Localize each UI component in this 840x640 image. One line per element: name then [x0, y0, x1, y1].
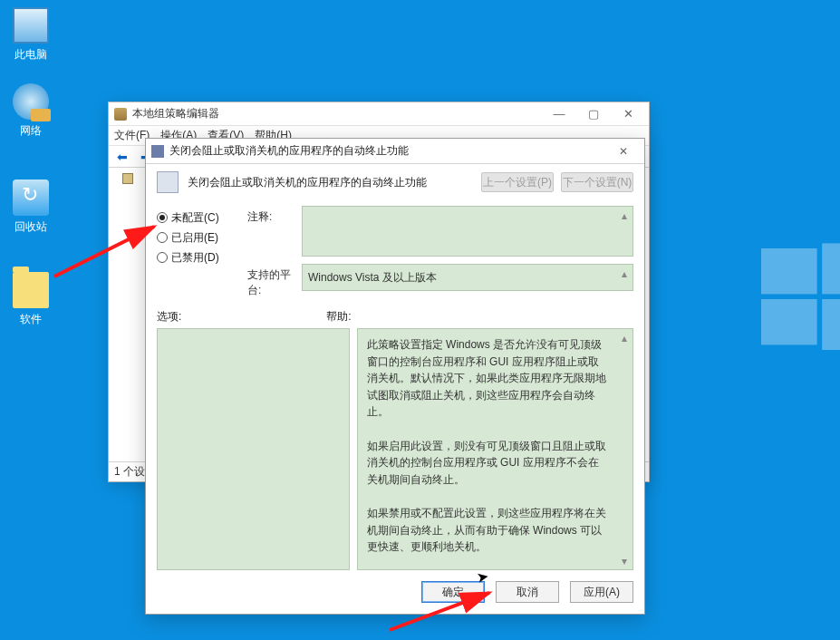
section-labels: 选项: 帮助:	[146, 298, 644, 328]
dialog-titlebar[interactable]: 关闭会阻止或取消关机的应用程序的自动终止功能 ✕	[146, 139, 644, 164]
options-pane	[157, 328, 350, 570]
desktop-icon-this-pc[interactable]: 此电脑	[0, 7, 62, 63]
desktop-icon-label: 软件	[20, 313, 42, 325]
minimize-button[interactable]: —	[542, 103, 576, 125]
comment-label: 注释:	[247, 206, 302, 257]
dialog-header: 关闭会阻止或取消关机的应用程序的自动终止功能 上一个设置(P) 下一个设置(N)	[146, 164, 644, 206]
next-setting-button[interactable]: 下一个设置(N)	[561, 172, 633, 192]
scroll-up-icon[interactable]: ▴	[617, 331, 631, 344]
radio-disabled[interactable]: 已禁用(D)	[157, 247, 237, 267]
help-label: 帮助:	[326, 309, 351, 325]
help-pane[interactable]: 此策略设置指定 Windows 是否允许没有可见顶级窗口的控制台应用程序和 GU…	[357, 328, 633, 570]
svg-rect-3	[822, 299, 840, 350]
close-button[interactable]: ✕	[611, 103, 645, 125]
desktop-icon-label: 回收站	[14, 220, 47, 233]
window-title: 本地组策略编辑器	[132, 106, 219, 121]
scroll-up-icon[interactable]: ▴	[617, 267, 631, 280]
svg-rect-0	[761, 248, 817, 294]
cancel-button[interactable]: 取消	[496, 581, 559, 603]
dialog-icon	[151, 145, 164, 158]
comment-textbox[interactable]: ▴	[302, 206, 633, 257]
desktop-icon-software[interactable]: 软件	[0, 272, 62, 327]
dialog-heading: 关闭会阻止或取消关机的应用程序的自动终止功能	[188, 175, 427, 190]
svg-rect-2	[761, 299, 817, 344]
supported-platform-box: Windows Vista 及以上版本 ▴	[302, 264, 633, 291]
supported-platform-label: 支持的平台:	[247, 264, 302, 298]
radio-label: 未配置(C)	[171, 210, 219, 226]
help-text: 此策略设置指定 Windows 是否允许没有可见顶级窗口的控制台应用程序和 GU…	[358, 329, 616, 569]
radio-dot-icon	[157, 232, 168, 243]
ok-button[interactable]: 确定	[421, 581, 485, 603]
radio-label: 已禁用(D)	[171, 250, 219, 266]
options-label: 选项:	[157, 309, 181, 325]
desktop-icon-network[interactable]: 网络	[0, 83, 62, 139]
titlebar[interactable]: 本地组策略编辑器 — ▢ ✕	[109, 102, 649, 126]
policy-setting-dialog: 关闭会阻止或取消关机的应用程序的自动终止功能 ✕ 关闭会阻止或取消关机的应用程序…	[145, 138, 645, 615]
desktop-icon-recycle-bin[interactable]: 回收站	[0, 179, 62, 235]
desktop-icon-label: 此电脑	[14, 48, 47, 61]
app-icon	[114, 108, 127, 121]
previous-setting-button[interactable]: 上一个设置(P)	[481, 172, 554, 192]
radio-dot-icon	[157, 212, 168, 223]
radio-label: 已启用(E)	[171, 230, 218, 246]
dialog-button-row: 确定 取消 应用(A)	[146, 570, 644, 614]
svg-rect-1	[822, 243, 840, 294]
tree-node[interactable]	[122, 173, 133, 184]
policy-icon	[157, 171, 179, 193]
radio-not-configured[interactable]: 未配置(C)	[157, 208, 237, 228]
tree-panel[interactable]	[109, 168, 147, 461]
scroll-up-icon[interactable]: ▴	[617, 208, 631, 222]
apply-button[interactable]: 应用(A)	[570, 581, 633, 603]
dialog-close-button[interactable]: ✕	[608, 141, 639, 161]
windows-logo-watermark	[761, 236, 840, 363]
radio-enabled[interactable]: 已启用(E)	[157, 228, 237, 247]
maximize-button[interactable]: ▢	[576, 103, 611, 125]
state-radio-group: 未配置(C) 已启用(E) 已禁用(D)	[146, 206, 247, 298]
dialog-title-text: 关闭会阻止或取消关机的应用程序的自动终止功能	[169, 143, 409, 159]
nav-back-icon[interactable]: ⬅	[112, 148, 132, 166]
desktop-icon-label: 网络	[20, 124, 42, 137]
radio-dot-icon	[157, 252, 168, 263]
supported-platform-value: Windows Vista 及以上版本	[308, 271, 437, 284]
scroll-down-icon[interactable]: ▾	[617, 554, 631, 567]
